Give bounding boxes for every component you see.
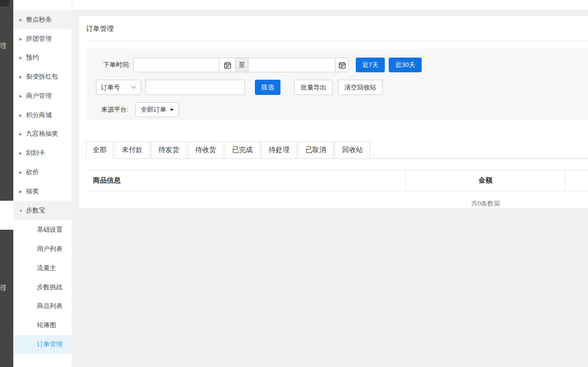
order-management-card: 订单管理 下单时间: 至 近7天 近30天 bbox=[79, 16, 588, 208]
arrow-right-icon: ▶ bbox=[19, 75, 26, 79]
rail-overflow-text: 理 bbox=[0, 284, 6, 292]
sidebar-subitem-carousel[interactable]: 轮播图 bbox=[13, 316, 72, 335]
sidebar-item-label: 九宫格抽奖 bbox=[26, 129, 58, 138]
sidebar-item-points-mall[interactable]: ▶积分商城 bbox=[13, 106, 72, 124]
sidebar-item-label: 整点秒杀 bbox=[26, 15, 52, 24]
sidebar-item-label: 步数宝 bbox=[26, 206, 45, 215]
search-input[interactable] bbox=[145, 80, 245, 95]
filter-row-search: 订单号 筛选 批量导出 清空回收站 bbox=[96, 80, 583, 95]
tab-pending[interactable]: 待处理 bbox=[261, 141, 297, 159]
sidebar-subitem-label: 订单管理 bbox=[37, 340, 62, 349]
content-area: 订单管理 下单时间: 至 近7天 近30天 bbox=[72, 0, 588, 367]
last-7-days-button[interactable]: 近7天 bbox=[356, 58, 385, 72]
arrow-right-icon: ▶ bbox=[19, 151, 26, 155]
arrow-right-icon: ▶ bbox=[19, 170, 26, 175]
sidebar-item-reservation[interactable]: ▶预约 bbox=[13, 48, 72, 67]
sidebar-item-grid-lottery[interactable]: ▶九宫格抽奖 bbox=[13, 124, 72, 143]
sidebar-item-label: 抽奖 bbox=[26, 187, 39, 196]
sidebar-subitem-step-challenge[interactable]: 步数挑战 bbox=[13, 278, 72, 297]
date-from-input[interactable] bbox=[133, 58, 219, 72]
column-header-product-info: 商品信息 bbox=[86, 170, 406, 191]
filter-panel: 下单时间: 至 近7天 近30天 订单号 bbox=[86, 49, 588, 121]
search-field-value: 订单号 bbox=[101, 83, 120, 92]
sidebar-item-label: 裂变拆红包 bbox=[26, 72, 58, 81]
arrow-down-icon: ▼ bbox=[19, 209, 26, 213]
sidebar-item-step-treasure[interactable]: ▼步数宝 bbox=[13, 201, 72, 220]
tab-completed[interactable]: 已完成 bbox=[225, 141, 260, 159]
rail-gap bbox=[0, 201, 13, 230]
tab-all[interactable]: 全部 bbox=[86, 141, 113, 159]
source-platform-value: 全部订单 bbox=[141, 105, 166, 114]
arrow-right-icon: ▶ bbox=[19, 56, 26, 60]
sidebar-item-merchant[interactable]: ▶商户管理 bbox=[13, 87, 72, 105]
order-status-tabs: 全部 未付款 待发货 待收货 已完成 待处理 已取消 回收站 bbox=[86, 141, 588, 159]
empty-recycle-button[interactable]: 清空回收站 bbox=[338, 80, 383, 95]
sidebar-subitem-label: 轮播图 bbox=[37, 321, 56, 330]
arrow-right-icon: ▶ bbox=[19, 94, 26, 98]
tab-to-ship[interactable]: 待发货 bbox=[151, 141, 186, 159]
sidebar-item-group-buy[interactable]: ▶拼团管理 bbox=[13, 30, 72, 48]
tab-cancelled[interactable]: 已取消 bbox=[298, 141, 334, 159]
calendar-icon bbox=[339, 61, 346, 69]
sidebar-subitem-basic-settings[interactable]: 基础设置 bbox=[13, 220, 72, 239]
arrow-right-icon: ▶ bbox=[19, 18, 26, 22]
divider bbox=[86, 41, 588, 41]
sidebar-subitem-label: 步数挑战 bbox=[37, 283, 62, 292]
batch-export-button[interactable]: 批量导出 bbox=[294, 80, 333, 95]
sidebar-item-bargain[interactable]: ▶砍价 bbox=[13, 163, 72, 182]
caret-down-icon bbox=[170, 109, 174, 111]
sidebar-subitem-user-list[interactable]: 用户列表 bbox=[13, 240, 72, 258]
sidebar-subitem-label: 商品列表 bbox=[37, 302, 62, 310]
total-count-text: 共0条数据 bbox=[406, 199, 565, 208]
chevron-down-icon bbox=[131, 86, 136, 89]
source-platform-label: 来源平台: bbox=[96, 105, 131, 114]
sidebar-item-scratch-card[interactable]: ▶刮刮卡 bbox=[13, 144, 72, 162]
sidebar-subitem-order-management[interactable]: 订单管理 bbox=[13, 335, 72, 354]
arrow-right-icon: ▶ bbox=[19, 113, 26, 118]
sidebar-item-label: 砍价 bbox=[26, 168, 39, 177]
tab-recycle-bin[interactable]: 回收站 bbox=[335, 141, 370, 159]
sidebar-item-red-packet[interactable]: ▶裂变拆红包 bbox=[13, 67, 72, 86]
date-from-picker-button[interactable] bbox=[219, 58, 236, 72]
top-band bbox=[72, 0, 588, 10]
date-range-group: 至 bbox=[133, 58, 349, 72]
arrow-right-icon: ▶ bbox=[19, 189, 26, 194]
orders-table-header: 商品信息 金额 bbox=[86, 170, 588, 191]
filter-row-source: 来源平台: 全部订单 bbox=[96, 102, 583, 117]
search-field-select[interactable]: 订单号 bbox=[96, 80, 141, 95]
column-header-extra bbox=[565, 170, 588, 191]
sidebar-item-label: 刮刮卡 bbox=[26, 149, 45, 157]
arrow-right-icon: ▶ bbox=[19, 132, 26, 136]
page-title: 订单管理 bbox=[86, 25, 114, 33]
sidebar-subitem-label: 流量主 bbox=[37, 264, 56, 273]
filter-button[interactable]: 筛选 bbox=[255, 80, 280, 95]
range-separator: 至 bbox=[235, 58, 248, 72]
sidebar-item-lottery[interactable]: ▶抽奖 bbox=[13, 182, 72, 201]
tab-unpaid[interactable]: 未付款 bbox=[115, 141, 150, 159]
sidebar-subitem-traffic-master[interactable]: 流量主 bbox=[13, 259, 72, 277]
sidebar-item-label: 商户管理 bbox=[26, 92, 52, 100]
sidebar-item-label: 预约 bbox=[26, 53, 39, 62]
rail-overflow-text: 理 bbox=[0, 42, 6, 50]
sidebar-item-label: 拼团管理 bbox=[26, 34, 52, 43]
collapsed-rail: 理 理 bbox=[0, 0, 13, 367]
sidebar-subitem-label: 基础设置 bbox=[37, 225, 62, 234]
sidebar: ▶整点秒杀 ▶拼团管理 ▶预约 ▶裂变拆红包 ▶商户管理 ▶积分商城 ▶九宫格抽… bbox=[13, 0, 72, 367]
calendar-icon bbox=[224, 61, 231, 69]
tab-to-receive[interactable]: 待收货 bbox=[188, 141, 223, 159]
date-to-picker-button[interactable] bbox=[335, 58, 349, 72]
filter-row-date: 下单时间: 至 近7天 近30天 bbox=[96, 58, 583, 72]
date-to-input[interactable] bbox=[248, 58, 336, 72]
column-header-amount: 金额 bbox=[406, 170, 565, 191]
last-30-days-button[interactable]: 近30天 bbox=[389, 58, 421, 72]
sidebar-item-seckill[interactable]: ▶整点秒杀 bbox=[13, 10, 72, 29]
sidebar-item-label: 积分商城 bbox=[26, 111, 52, 120]
arrow-right-icon: ▶ bbox=[19, 37, 26, 41]
source-platform-dropdown[interactable]: 全部订单 bbox=[135, 102, 179, 117]
order-time-label: 下单时间: bbox=[98, 61, 133, 69]
rail-top-tab bbox=[0, 0, 9, 6]
sidebar-subitem-product-list[interactable]: 商品列表 bbox=[13, 297, 72, 315]
sidebar-subitem-label: 用户列表 bbox=[37, 245, 62, 253]
